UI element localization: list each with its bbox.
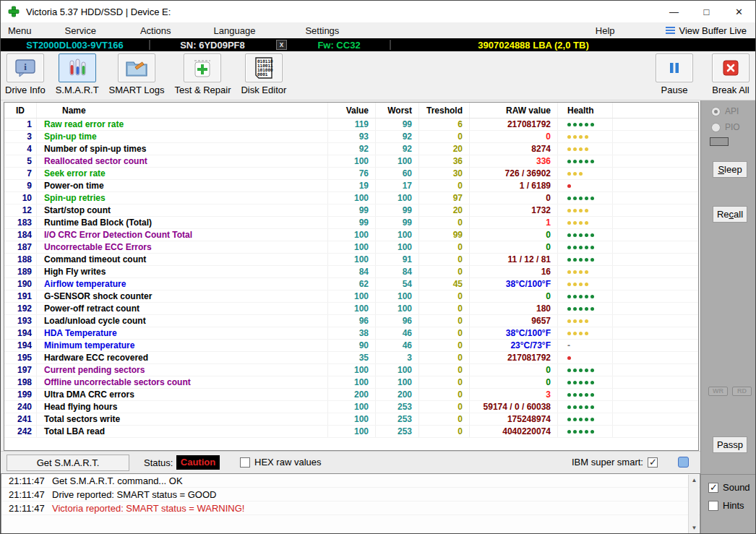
table-row[interactable]: 195 Hardware ECC recovered 35 3 0 217081…	[4, 352, 698, 364]
table-row[interactable]: 184 I/O CRC Error Detection Count Total …	[4, 229, 698, 241]
table-row[interactable]: 241 Total sectors write 100 253 0 175248…	[4, 413, 698, 426]
drive-info-button[interactable]: i Drive Info	[5, 53, 46, 95]
pause-button[interactable]: Pause	[656, 53, 693, 95]
sound-checkbox[interactable]	[708, 483, 718, 493]
table-row[interactable]: 191 G-SENSOR shock counter 100 100 0 0	[4, 290, 698, 303]
table-row[interactable]: 194 HDA Temperature 38 46 0 38°C/100°F	[4, 327, 698, 340]
table-row[interactable]: 187 Uncorrectable ECC Errors 100 100 0 0	[4, 241, 698, 254]
api-radio-row[interactable]: API	[711, 106, 756, 116]
recall-button[interactable]: Recall	[713, 206, 747, 223]
disk-editor-button[interactable]: 010110 110011 101000 0001 Disk Editor	[241, 53, 286, 95]
attr-name: Total sectors write	[37, 413, 328, 425]
attr-id: 4	[4, 143, 37, 155]
table-row[interactable]: 5 Reallocated sector count 100 100 36 33…	[4, 155, 698, 168]
health-dot-green	[567, 233, 571, 237]
ibm-checkbox[interactable]	[648, 457, 658, 468]
attr-value: 100	[328, 155, 376, 167]
attr-name: Spin-up time	[37, 131, 328, 142]
col-header-value[interactable]: Value	[328, 103, 376, 118]
row-filler	[613, 278, 698, 290]
attr-worst: 100	[376, 376, 419, 388]
table-row[interactable]: 188 Command timeout count 100 91 0 11 / …	[4, 254, 698, 266]
test-repair-button[interactable]: Test & Repair	[174, 53, 231, 95]
table-row[interactable]: 193 Load/unload cycle count 96 96 0 9657	[4, 315, 698, 327]
health-dot-green	[579, 258, 583, 262]
menu-item-service[interactable]: Service	[59, 24, 102, 38]
ibm-super-smart-toggle[interactable]: IBM super smart:	[572, 457, 689, 468]
attr-raw-value: 0	[470, 376, 558, 388]
table-row[interactable]: 10 Spin-up retries 100 100 97 0	[4, 192, 698, 204]
api-radio[interactable]	[711, 107, 721, 116]
col-header-treshold[interactable]: Treshold	[419, 103, 470, 118]
drive-model[interactable]: ST2000DL003-9VT166	[1, 40, 149, 51]
table-row[interactable]: 197 Current pending sectors 100 100 0 0	[4, 364, 698, 376]
toolbar: i Drive Info S.M.A.R.T	[1, 51, 755, 100]
table-row[interactable]: 198 Offline uncorrectable sectors count …	[4, 376, 698, 389]
ibm-color-swatch[interactable]	[678, 457, 689, 468]
table-row[interactable]: 190 Airflow temperature 62 54 45 38°C/10…	[4, 278, 698, 290]
attr-name: I/O CRC Error Detection Count Total	[37, 229, 328, 241]
table-row[interactable]: 9 Power-on time 19 17 0 1 / 6189	[4, 180, 698, 192]
close-button[interactable]: ✕	[723, 1, 755, 22]
table-row[interactable]: 4 Number of spin-up times 92 92 20 8274	[4, 143, 698, 155]
menu-item-menu[interactable]: Menu	[2, 24, 38, 38]
menu-item-help[interactable]: Help	[590, 24, 621, 38]
hex-raw-values-toggle[interactable]: HEX raw values	[240, 457, 321, 468]
attr-id: 194	[4, 327, 37, 339]
col-header-health[interactable]: Health	[558, 103, 613, 118]
break-all-button[interactable]: Break All	[712, 53, 749, 95]
row-filler	[613, 413, 698, 425]
smart-logs-button[interactable]: SMART Logs	[109, 53, 165, 95]
attr-treshold: 0	[419, 389, 470, 400]
minimize-button[interactable]: —	[658, 1, 690, 22]
health-dash: -	[567, 340, 570, 351]
col-header-name[interactable]: Name	[37, 103, 328, 118]
pio-radio-row[interactable]: PIO	[711, 122, 756, 132]
table-row[interactable]: 192 Power-off retract count 100 100 0 18…	[4, 303, 698, 315]
hints-checkbox[interactable]	[708, 501, 718, 511]
get-smart-button[interactable]: Get S.M.A.R.T.	[7, 455, 129, 471]
wr-button[interactable]: WR	[708, 387, 728, 396]
menu-item-actions[interactable]: Actions	[134, 24, 177, 38]
view-buffer-live-button[interactable]: View Buffer Live	[663, 24, 749, 38]
attr-health-dots	[558, 290, 613, 302]
maximize-button[interactable]: □	[690, 1, 723, 22]
table-row[interactable]: 240 Head flying hours 100 253 0 59174 / …	[4, 401, 698, 413]
health-dot-yellow	[579, 332, 583, 335]
attr-treshold: 36	[419, 155, 470, 167]
menu-bar: Menu Service Actions Language Settings H…	[1, 22, 755, 38]
table-row[interactable]: 7 Seek error rate 76 60 30 726 / 36902	[4, 168, 698, 180]
smart-button[interactable]: S.M.A.R.T	[56, 53, 99, 95]
health-dot-green	[585, 381, 588, 384]
log-scrollbar[interactable]: ▲ ▼	[688, 475, 699, 533]
sound-toggle[interactable]: Sound	[708, 482, 756, 493]
band-close-icon[interactable]: x	[276, 40, 287, 50]
col-header-id[interactable]: ID	[4, 103, 37, 118]
table-row[interactable]: 199 Ultra DMA CRC errors 200 200 0 3	[4, 389, 698, 401]
pio-radio[interactable]	[711, 123, 721, 132]
hints-toggle[interactable]: Hints	[708, 500, 756, 511]
health-dot-green	[579, 381, 583, 384]
table-row[interactable]: 242 Total LBA read 100 253 0 4040220074	[4, 426, 698, 438]
scroll-down-icon[interactable]: ▼	[689, 522, 700, 533]
passp-button[interactable]: Passp	[713, 436, 747, 453]
svg-text:0001: 0001	[257, 72, 268, 77]
rd-button[interactable]: RD	[732, 387, 752, 396]
health-dot-green	[567, 381, 571, 384]
menu-item-language[interactable]: Language	[208, 24, 262, 38]
table-row[interactable]: 3 Spin-up time 93 92 0 0	[4, 131, 698, 143]
table-row[interactable]: 194 Minimum temperature 90 46 0 23°C/73°…	[4, 340, 698, 352]
attr-treshold: 0	[419, 290, 470, 302]
menu-item-settings[interactable]: Settings	[299, 24, 345, 38]
col-header-worst[interactable]: Worst	[376, 103, 419, 118]
table-row[interactable]: 189 High Fly writes 84 84 0 16	[4, 266, 698, 278]
scroll-up-icon[interactable]: ▲	[689, 475, 700, 486]
table-row[interactable]: 12 Start/stop count 99 99 20 1732	[4, 204, 698, 217]
smart-tubes-icon	[67, 58, 87, 78]
col-header-raw[interactable]: RAW value	[470, 103, 558, 118]
hex-checkbox[interactable]	[240, 457, 250, 468]
sleep-button[interactable]: Sleep	[713, 161, 747, 178]
table-row[interactable]: 183 Runtime Bad Block (Total) 99 99 0 1	[4, 217, 698, 229]
attr-worst: 100	[376, 364, 419, 376]
table-row[interactable]: 1 Raw read error rate 119 99 6 217081792	[4, 119, 698, 131]
